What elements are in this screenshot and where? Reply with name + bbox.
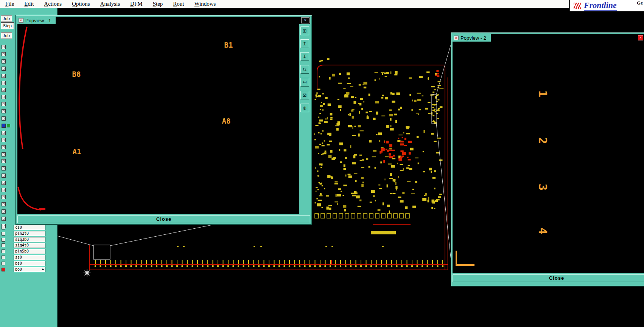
layer-checkbox[interactable] bbox=[2, 124, 6, 128]
popview-2-close-icon[interactable]: × bbox=[638, 35, 643, 40]
new-window-tool-button[interactable]: ⊞ bbox=[300, 26, 309, 35]
layer-row-selected[interactable]: bo0 ► bbox=[0, 267, 58, 273]
canvas-label: B8 bbox=[72, 70, 81, 78]
layer-checkbox[interactable] bbox=[2, 52, 6, 56]
layer-checkbox[interactable] bbox=[2, 45, 6, 49]
canvas-label: B1 bbox=[224, 41, 233, 49]
layer-checkbox[interactable] bbox=[2, 181, 6, 185]
layer-name[interactable]: bo0 bbox=[14, 267, 45, 272]
application-window: File Edit Actions Options Analysis DFM S… bbox=[0, 0, 644, 327]
layer-checkbox[interactable] bbox=[2, 67, 6, 71]
popview-1-canvas[interactable]: B1B8A8A1 bbox=[17, 24, 299, 214]
layer-checkbox[interactable] bbox=[2, 152, 6, 157]
pan-horizontal-tool-button[interactable]: ⇆ bbox=[300, 65, 309, 74]
popview-2-window: × Popview - 2 × 1234 Close bbox=[451, 32, 644, 287]
pan-up-tool-button[interactable]: ↥ bbox=[300, 39, 309, 48]
active-layer-indicator bbox=[7, 124, 10, 127]
layer-row[interactable]: pln2t0 bbox=[0, 231, 58, 237]
zoom-window-tool-button[interactable]: ⊠ bbox=[300, 91, 309, 99]
layer-visibility-checkbox[interactable] bbox=[2, 238, 5, 242]
layer-checkbox[interactable] bbox=[2, 138, 6, 142]
layer-checkbox[interactable] bbox=[2, 131, 6, 135]
layer-name[interactable]: ss0 bbox=[14, 255, 45, 260]
layer-row[interactable]: siq3b0 bbox=[0, 237, 58, 243]
layer-checkbox[interactable] bbox=[2, 74, 6, 78]
popview-1-close-button[interactable]: Close bbox=[17, 215, 310, 223]
corner-text: Ge bbox=[637, 0, 643, 6]
layer-checkbox[interactable] bbox=[2, 188, 6, 192]
layer-visibility-checkbox[interactable] bbox=[2, 243, 5, 247]
menu-options[interactable]: Options bbox=[72, 1, 90, 7]
job-button[interactable]: Job bbox=[1, 15, 12, 22]
layer-checkbox[interactable] bbox=[2, 81, 6, 85]
layer-checkbox[interactable] bbox=[2, 145, 6, 149]
layer-checkbox[interactable] bbox=[2, 195, 6, 199]
menu-file[interactable]: File bbox=[5, 1, 14, 7]
layer-checkbox[interactable] bbox=[2, 159, 6, 163]
layer-checkbox[interactable] bbox=[2, 59, 6, 64]
canvas-label: 3 bbox=[536, 184, 549, 191]
popview-2-titlebar[interactable]: × Popview - 2 × bbox=[453, 34, 644, 42]
layer-checkbox[interactable] bbox=[2, 102, 6, 106]
popview-1-window: × Popview - 1 × B1B8A8A1 ⊞ ↥ ↧ ⇆ ↤ ⊠ ⊕ bbox=[16, 15, 312, 225]
popview-2-canvas[interactable]: 1234 bbox=[453, 42, 644, 273]
popview-2-close-button[interactable]: Close bbox=[453, 274, 644, 282]
menu-rout[interactable]: Rout bbox=[173, 1, 184, 7]
layer-row[interactable]: bs0 bbox=[0, 261, 58, 267]
layer-name[interactable]: pln2t0 bbox=[14, 231, 45, 236]
layer-row[interactable]: ss0 bbox=[0, 255, 58, 260]
layer-visibility-checkbox[interactable] bbox=[2, 262, 5, 265]
popview-1-toolbar: ⊞ ↥ ↧ ⇆ ↤ ⊠ ⊕ bbox=[299, 24, 310, 214]
layer-visibility-checkbox[interactable] bbox=[2, 226, 5, 229]
layer-name[interactable]: bs0 bbox=[14, 261, 45, 266]
layer-checkbox[interactable] bbox=[2, 174, 6, 178]
layer-checkbox[interactable] bbox=[2, 217, 6, 221]
canvas-label: A1 bbox=[73, 147, 81, 156]
layer-checkbox-strip bbox=[2, 45, 13, 234]
layer-visibility-checkbox[interactable] bbox=[2, 256, 5, 259]
menu-analysis[interactable]: Analysis bbox=[100, 1, 120, 7]
brand-logo: Frontline Ge bbox=[569, 0, 644, 11]
menu-edit[interactable]: Edit bbox=[24, 1, 34, 7]
origin-marker-icon bbox=[84, 270, 90, 276]
layer-checkbox[interactable] bbox=[2, 202, 6, 206]
layer-checkbox[interactable] bbox=[2, 109, 6, 113]
menu-bar: File Edit Actions Options Analysis DFM S… bbox=[0, 0, 644, 8]
layer-visibility-checkbox[interactable] bbox=[2, 268, 5, 271]
menu-windows[interactable]: Windows bbox=[194, 1, 216, 7]
layer-checkbox[interactable] bbox=[2, 209, 6, 214]
canvas-label: A8 bbox=[222, 117, 231, 125]
layer-name[interactable]: siq3b0 bbox=[14, 237, 45, 242]
menu-actions[interactable]: Actions bbox=[44, 1, 62, 7]
canvas-label: 2 bbox=[536, 137, 549, 144]
job-button-2[interactable]: Job bbox=[1, 32, 12, 39]
layer-name[interactable]: pln5b0 bbox=[14, 249, 45, 254]
pan-left-tool-button[interactable]: ↤ bbox=[300, 78, 309, 87]
layer-visibility-checkbox[interactable] bbox=[2, 250, 5, 253]
board-edge-arcs bbox=[17, 24, 299, 214]
center-view-tool-button[interactable]: ⊕ bbox=[300, 104, 309, 112]
layer-checkbox[interactable] bbox=[2, 88, 6, 92]
popview-2-title: Popview - 2 bbox=[460, 35, 486, 41]
pan-down-tool-button[interactable]: ↧ bbox=[300, 52, 309, 61]
canvas-label: 1 bbox=[536, 90, 549, 97]
popview-1-close-icon[interactable]: × bbox=[301, 17, 310, 23]
layer-row[interactable]: cs0 bbox=[0, 225, 58, 231]
layer-checkbox[interactable] bbox=[2, 95, 6, 99]
layer-visibility-checkbox[interactable] bbox=[2, 232, 5, 236]
brand-stripes-icon bbox=[574, 3, 581, 9]
popview-1-titlebar[interactable]: × Popview - 1 × bbox=[17, 17, 310, 24]
popview-1-title-chip: × Popview - 1 bbox=[17, 17, 56, 24]
layer-row[interactable]: siq4t0 bbox=[0, 243, 58, 248]
menu-step[interactable]: Step bbox=[153, 1, 163, 7]
layer-name[interactable]: siq4t0 bbox=[14, 243, 45, 248]
layer-row-arrow-icon: ► bbox=[42, 268, 45, 271]
brand-name: Frontline bbox=[584, 1, 617, 10]
step-button[interactable]: Step bbox=[1, 22, 14, 29]
layer-checkbox[interactable] bbox=[2, 166, 6, 170]
window-icon: × bbox=[19, 18, 23, 23]
layer-row[interactable]: pln5b0 bbox=[0, 249, 58, 254]
layer-checkbox[interactable] bbox=[2, 116, 6, 121]
layer-name[interactable]: cs0 bbox=[14, 225, 45, 230]
menu-dfm[interactable]: DFM bbox=[130, 1, 143, 7]
